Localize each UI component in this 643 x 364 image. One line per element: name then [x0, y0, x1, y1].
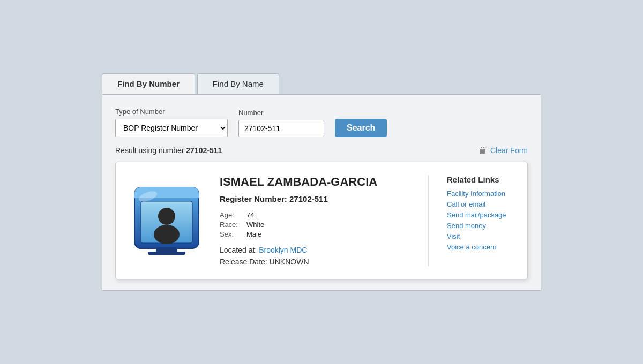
related-link-concern[interactable]: Voice a concern — [447, 243, 517, 251]
result-text: Result using number 27102-511 — [115, 146, 222, 155]
type-of-number-select[interactable]: BOP Register Number DCDC Number FBI Numb… — [115, 119, 228, 137]
search-form: Type of Number BOP Register Number DCDC … — [115, 108, 528, 137]
location-line: Located at: Brooklyn MDC — [220, 246, 417, 254]
avatar-wrapper — [126, 175, 207, 261]
main-panel: Type of Number BOP Register Number DCDC … — [102, 94, 541, 291]
related-link-call[interactable]: Call or email — [447, 200, 517, 208]
details-table: Age: 74 Race: White Sex: Male — [220, 211, 417, 238]
result-number: 27102-511 — [186, 146, 222, 155]
race-label: Race: — [220, 221, 241, 229]
tab-find-by-name[interactable]: Find By Name — [197, 73, 279, 94]
race-row: Race: White — [220, 221, 417, 229]
number-label: Number — [238, 109, 324, 117]
sex-value: Male — [246, 230, 261, 238]
page-wrapper: Find By Number Find By Name Type of Numb… — [102, 73, 541, 291]
age-row: Age: 74 — [220, 211, 417, 219]
related-link-mail[interactable]: Send mail/package — [447, 211, 517, 219]
tabs-container: Find By Number Find By Name — [102, 73, 541, 94]
sex-row: Sex: Male — [220, 230, 417, 238]
result-card: ISMAEL ZAMBADA-GARCIA Register Number: 2… — [115, 162, 528, 279]
release-line: Release Date: UNKNOWN — [220, 257, 417, 266]
age-value: 74 — [246, 211, 254, 219]
race-value: White — [246, 221, 264, 229]
type-of-number-label: Type of Number — [115, 108, 228, 116]
trash-icon: 🗑 — [478, 146, 487, 155]
svg-point-5 — [154, 225, 180, 244]
location-link[interactable]: Brooklyn MDC — [259, 246, 307, 254]
clear-form-label: Clear Form — [490, 146, 528, 155]
type-of-number-group: Type of Number BOP Register Number DCDC … — [115, 108, 228, 137]
sex-label: Sex: — [220, 230, 241, 238]
person-avatar-icon — [129, 178, 204, 258]
person-info: ISMAEL ZAMBADA-GARCIA Register Number: 2… — [220, 175, 429, 266]
related-link-visit[interactable]: Visit — [447, 232, 517, 240]
svg-rect-7 — [148, 252, 185, 255]
related-link-facility[interactable]: Facility Information — [447, 189, 517, 198]
search-button[interactable]: Search — [335, 119, 387, 137]
related-links-title: Related Links — [447, 175, 517, 184]
svg-point-4 — [158, 208, 175, 225]
related-link-money[interactable]: Send money — [447, 222, 517, 230]
number-group: Number — [238, 109, 324, 137]
tab-find-by-number[interactable]: Find By Number — [102, 73, 195, 94]
related-links: Related Links Facility Information Call … — [442, 175, 517, 266]
age-label: Age: — [220, 211, 241, 219]
result-bar: Result using number 27102-511 🗑 Clear Fo… — [115, 146, 528, 155]
person-name: ISMAEL ZAMBADA-GARCIA — [220, 175, 417, 189]
number-input[interactable] — [238, 120, 324, 137]
register-number: Register Number: 27102-511 — [220, 194, 417, 203]
clear-form-button[interactable]: 🗑 Clear Form — [478, 146, 528, 155]
